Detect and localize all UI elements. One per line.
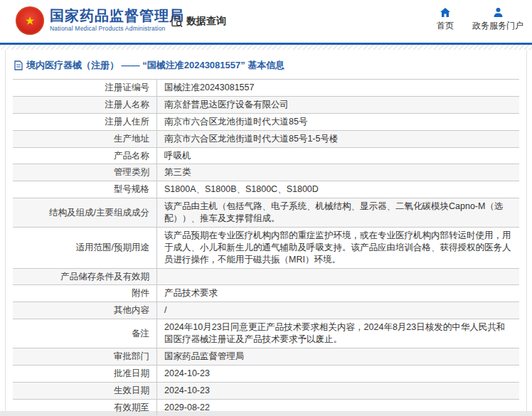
registration-info-table: ● 注册证编号 国械注准20243081557 ● 注册人名称 南京舒普思达医疗… [13, 79, 519, 416]
row-value: 第三类 [156, 164, 519, 181]
row-value: 2024年10月23日同意更正产品技术要求相关内容，2024年8月23日核发的中… [156, 319, 519, 348]
row-value: 该产品由主机（包括气路、电子系统、机械结构、显示器、二氧化碳模块Capno-M（… [156, 198, 519, 227]
row-label: 备注 [132, 328, 149, 340]
user-icon [493, 7, 504, 18]
table-row: ● 有效期至 2029-08-22 [13, 400, 519, 416]
row-value: 国械注准20243081557 [156, 80, 519, 96]
row-label: 注册人名称 [105, 99, 150, 111]
row-label: 结构及组成/主要组成成分 [49, 207, 149, 219]
data-query-button[interactable]: 数据查询 [171, 15, 226, 28]
row-label: 其他内容 [114, 304, 149, 316]
agency-title-block: 国家药品监督管理局 National Medical Products Admi… [50, 8, 184, 32]
table-row: ● 产品储存条件及有效期 [13, 269, 519, 286]
row-label: 注册人住所 [105, 116, 150, 128]
hatch-divider [0, 45, 532, 50]
document-search-icon [171, 15, 183, 28]
table-row: ● 其他内容 / [13, 302, 519, 319]
table-row: ● 管理类别 第三类 [13, 164, 519, 181]
row-value: 南京市六合区龙池街道时代大道85号1-5号楼 [156, 131, 519, 147]
row-value: 该产品预期在专业医疗机构内部的重症监护环境，或在专业医疗机构内部转运时使用，用于… [156, 228, 519, 268]
row-label: 批准日期 [114, 368, 149, 380]
table-row: ● 型号规格 S1800A、S1800B、S1800C、S1800D [13, 181, 519, 198]
agency-name-en: National Medical Products Administration [50, 25, 184, 32]
row-value: 2024-10-23 [156, 366, 519, 382]
row-label: 型号规格 [114, 183, 149, 196]
row-label: 注册证编号 [105, 82, 150, 94]
nav-home[interactable]: 首页 [437, 7, 454, 32]
row-label: 产品名称 [114, 150, 149, 162]
table-row: ● 产品名称 呼吸机 [13, 148, 519, 165]
row-value: 南京市六合区龙池街道时代大道85号 [156, 114, 519, 130]
row-value: 南京舒普思达医疗设备有限公司 [156, 97, 519, 113]
page-title-text: 境内医疗器械（注册） —— “国械注准20243081557” 基本信息 [26, 59, 284, 72]
home-icon [440, 7, 451, 18]
data-query-label: 数据查询 [186, 15, 226, 28]
row-value [156, 269, 519, 285]
row-label: 生产地址 [114, 133, 149, 145]
nav-gov-portal[interactable]: 政务服务门户 [472, 7, 523, 32]
table-row: ● 审批部门 国家药品监督管理局 [13, 348, 519, 366]
document-icon [14, 60, 23, 70]
row-value: / [156, 302, 519, 319]
table-row: ● 注册人住所 南京市六合区龙池街道时代大道85号 [13, 114, 519, 131]
row-value: 2029-08-22 [156, 400, 519, 416]
nav-gov-portal-label: 政务服务门户 [472, 20, 523, 32]
table-row: ● 注册人名称 南京舒普思达医疗设备有限公司 [13, 97, 519, 114]
table-row: ● 生效日期 2024-10-23 [13, 383, 519, 400]
site-header: ★ 国家药品监督管理局 National Medical Products Ad… [0, 0, 532, 43]
row-value: 2024-10-23 [156, 383, 519, 399]
table-row: ● 附件 产品技术要求 [13, 285, 519, 302]
table-row: ● 适用范围/预期用途 该产品预期在专业医疗机构内部的重症监护环境，或在专业医疗… [13, 228, 519, 269]
table-row: ● 结构及组成/主要组成成分 该产品由主机（包括气路、电子系统、机械结构、显示器… [13, 198, 519, 228]
agency-name-cn: 国家药品监督管理局 [50, 8, 184, 23]
row-label: 产品储存条件及有效期 [60, 271, 149, 283]
row-label: 审批部门 [114, 351, 149, 363]
row-value: 呼吸机 [156, 148, 519, 164]
row-value: S1800A、S1800B、S1800C、S1800D [156, 181, 519, 198]
row-value: 国家药品监督管理局 [156, 348, 519, 365]
table-row: ● 备注 2024年10月23日同意更正产品技术要求相关内容，2024年8月23… [13, 319, 519, 348]
table-row: ● 生产地址 南京市六合区龙池街道时代大道85号1-5号楼 [13, 131, 519, 148]
star-icon: ★ [24, 15, 35, 27]
table-row: ● 注册证编号 国械注准20243081557 [13, 80, 519, 97]
row-label: 适用范围/预期用途 [76, 242, 149, 254]
table-row: ● 批准日期 2024-10-23 [13, 366, 519, 383]
row-label: 生效日期 [114, 385, 149, 397]
row-label: 管理类别 [114, 166, 149, 178]
header-nav: 首页 政务服务门户 [437, 7, 523, 32]
page-title: 境内医疗器械（注册） —— “国械注准20243081557” 基本信息 [6, 56, 526, 79]
national-emblem-logo: ★ [16, 6, 44, 35]
row-label: 附件 [132, 287, 149, 299]
nav-home-label: 首页 [437, 20, 454, 32]
row-value: 产品技术要求 [156, 285, 519, 302]
row-label: 有效期至 [114, 402, 149, 414]
content-panel: 境内医疗器械（注册） —— “国械注准20243081557” 基本信息 ● 注… [5, 50, 527, 411]
